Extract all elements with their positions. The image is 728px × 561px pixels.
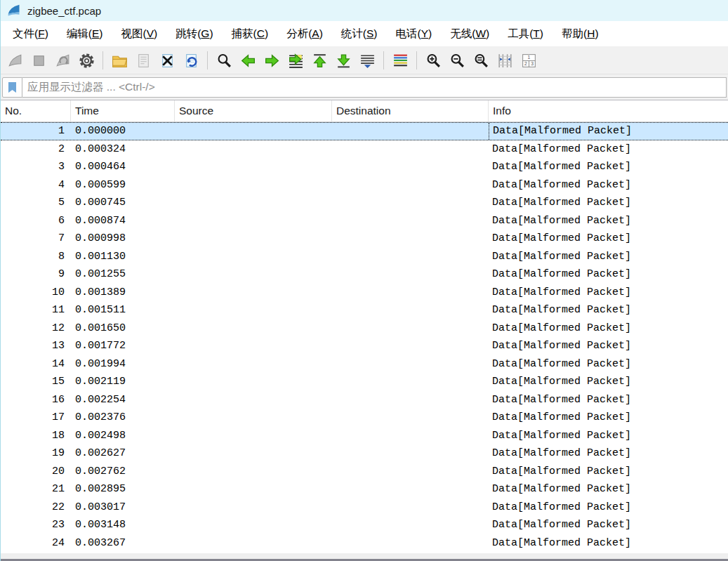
filter-bookmark-button[interactable] — [2, 77, 22, 98]
packet-row[interactable]: 220.003017Data[Malformed Packet] — [1, 499, 728, 517]
cell-time: 0.002762 — [71, 463, 175, 481]
restart-capture-button[interactable] — [51, 50, 74, 71]
packet-row[interactable]: 240.003267Data[Malformed Packet] — [1, 534, 728, 553]
go-first-button[interactable] — [308, 50, 331, 71]
packet-row[interactable]: 150.002119Data[Malformed Packet] — [1, 373, 728, 391]
column-header-info[interactable]: Info — [489, 100, 728, 121]
auto-scroll-button[interactable] — [356, 50, 378, 71]
cell-info: Data[Malformed Packet] — [489, 534, 728, 553]
menu-item-help[interactable]: 帮助(H) — [552, 22, 608, 46]
cell-no: 1 — [1, 123, 71, 140]
start-capture-button[interactable] — [4, 50, 26, 71]
reload-file-icon — [183, 52, 200, 70]
close-file-button[interactable] — [156, 50, 178, 71]
packet-row[interactable]: 70.000998Data[Malformed Packet] — [1, 230, 728, 248]
cell-info: Data[Malformed Packet] — [489, 230, 728, 248]
packet-row[interactable]: 130.001772Data[Malformed Packet] — [1, 337, 728, 355]
column-header-time[interactable]: Time — [71, 100, 175, 121]
packet-row[interactable]: 60.000874Data[Malformed Packet] — [1, 212, 728, 230]
packet-row[interactable]: 30.000464Data[Malformed Packet] — [1, 158, 728, 176]
svg-text:2: 2 — [524, 61, 527, 66]
cell-destination — [332, 230, 489, 248]
cell-info: Data[Malformed Packet] — [489, 337, 728, 355]
cell-no: 9 — [1, 265, 71, 284]
menu-item-statistics[interactable]: 统计(S) — [332, 22, 387, 46]
zoom-reset-button[interactable] — [470, 50, 492, 71]
go-next-icon — [263, 52, 281, 70]
packet-row[interactable]: 50.000745Data[Malformed Packet] — [1, 194, 728, 212]
cell-source — [175, 301, 332, 319]
cell-destination — [332, 409, 489, 427]
stop-capture-button[interactable] — [27, 50, 50, 71]
display-filter-input[interactable]: 应用显示过滤器 ... <Ctrl-/> — [22, 77, 727, 98]
packet-row[interactable]: 10.000000Data[Malformed Packet] — [1, 122, 728, 140]
go-next-button[interactable] — [260, 50, 283, 71]
zoom-out-button[interactable] — [446, 50, 468, 71]
cell-source — [175, 427, 332, 445]
packet-row[interactable]: 180.002498Data[Malformed Packet] — [1, 427, 728, 445]
cell-info: Data[Malformed Packet] — [489, 248, 728, 266]
menu-item-file[interactable]: 文件(F) — [4, 22, 58, 46]
go-previous-button[interactable] — [237, 50, 259, 71]
cell-destination — [332, 212, 489, 230]
pane-divider[interactable] — [1, 553, 728, 561]
cell-destination — [332, 427, 489, 445]
cell-no: 14 — [1, 355, 71, 374]
packet-row[interactable]: 200.002762Data[Malformed Packet] — [1, 463, 728, 481]
packet-row[interactable]: 90.001255Data[Malformed Packet] — [1, 265, 728, 284]
zoom-in-button[interactable] — [422, 50, 444, 71]
packet-row[interactable]: 210.002895Data[Malformed Packet] — [1, 480, 728, 499]
menu-item-view[interactable]: 视图(V) — [112, 22, 167, 46]
cell-time: 0.000998 — [71, 230, 175, 248]
layout-toggle-button[interactable]: 123 — [517, 50, 540, 71]
column-header-source[interactable]: Source — [175, 100, 332, 121]
menu-item-telephony[interactable]: 电话(Y) — [387, 22, 442, 46]
toolbar-separator — [383, 51, 384, 70]
menu-item-edit[interactable]: 编辑(E) — [58, 22, 112, 46]
go-to-packet-button[interactable] — [284, 50, 307, 71]
menu-item-go[interactable]: 跳转(G) — [166, 22, 222, 46]
column-header-no[interactable]: No. — [1, 100, 71, 121]
capture-options-button[interactable] — [75, 50, 98, 71]
cell-source — [175, 409, 332, 427]
cell-destination — [332, 391, 489, 409]
cell-no: 6 — [1, 212, 71, 230]
svg-text:3: 3 — [531, 61, 534, 66]
menu-item-tools[interactable]: 工具(T) — [498, 22, 552, 46]
cell-source — [175, 140, 332, 159]
packet-row[interactable]: 170.002376Data[Malformed Packet] — [1, 409, 728, 427]
packet-row[interactable]: 110.001511Data[Malformed Packet] — [1, 301, 728, 319]
menu-item-analyze[interactable]: 分析(A) — [277, 22, 332, 46]
save-file-button[interactable] — [132, 50, 154, 71]
cell-source — [175, 337, 332, 355]
packet-row[interactable]: 160.002254Data[Malformed Packet] — [1, 391, 728, 409]
cell-no: 5 — [1, 194, 71, 212]
resize-columns-button[interactable] — [494, 50, 516, 71]
packet-row[interactable]: 230.003148Data[Malformed Packet] — [1, 516, 728, 534]
packet-row[interactable]: 140.001994Data[Malformed Packet] — [1, 355, 728, 374]
cell-destination — [332, 480, 489, 499]
packet-row[interactable]: 120.001650Data[Malformed Packet] — [1, 319, 728, 338]
cell-no: 23 — [1, 516, 71, 534]
colorize-packets-button[interactable] — [389, 50, 411, 71]
open-file-button[interactable] — [108, 50, 131, 71]
cell-no: 10 — [1, 284, 71, 302]
packet-row[interactable]: 100.001389Data[Malformed Packet] — [1, 284, 728, 302]
column-header-destination[interactable]: Destination — [332, 100, 489, 121]
cell-info: Data[Malformed Packet] — [489, 355, 728, 374]
menu-item-capture[interactable]: 捕获(C) — [223, 22, 278, 46]
cell-time: 0.002627 — [71, 444, 175, 463]
cell-destination — [332, 140, 489, 159]
packet-row[interactable]: 20.000324Data[Malformed Packet] — [1, 140, 728, 159]
packet-row[interactable]: 40.000599Data[Malformed Packet] — [1, 176, 728, 194]
cell-info: Data[Malformed Packet] — [489, 123, 728, 140]
go-last-button[interactable] — [332, 50, 355, 71]
reload-file-button[interactable] — [180, 50, 202, 71]
cell-time: 0.001511 — [71, 301, 175, 319]
menu-item-wireless[interactable]: 无线(W) — [441, 22, 498, 46]
title-bar: zigbee_ctf.pcap — [1, 0, 728, 21]
cell-source — [175, 265, 332, 284]
packet-row[interactable]: 80.001130Data[Malformed Packet] — [1, 248, 728, 266]
packet-row[interactable]: 190.002627Data[Malformed Packet] — [1, 444, 728, 463]
find-packet-button[interactable] — [213, 50, 235, 71]
